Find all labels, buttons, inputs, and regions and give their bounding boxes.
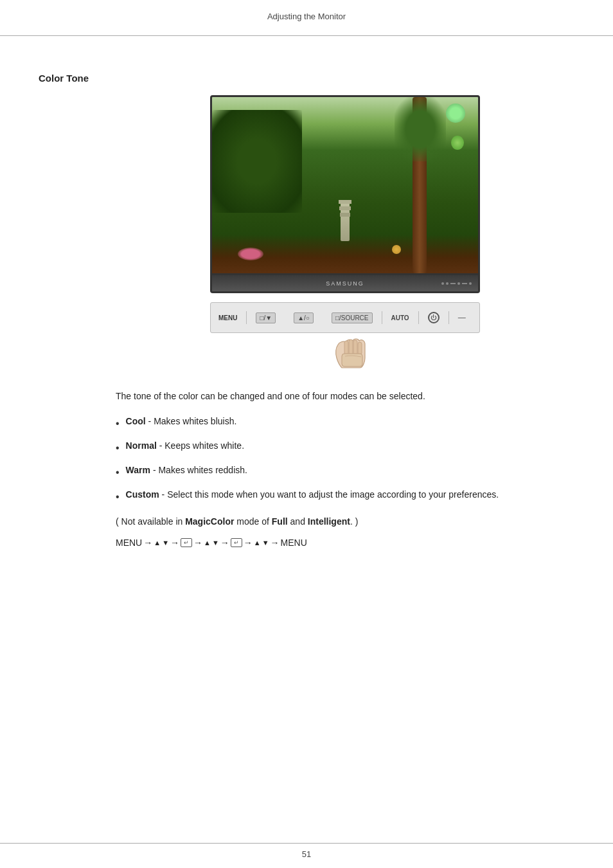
top-rule — [0, 35, 613, 36]
note-prefix: ( Not available in — [116, 516, 185, 527]
bullet-dot: • — [116, 465, 120, 480]
list-item-content: Warm - Makes whites reddish. — [126, 464, 247, 477]
note-suffix: . ) — [350, 516, 358, 527]
monitor-controls — [441, 282, 472, 285]
list-item: • Normal - Keeps whites white. — [116, 439, 574, 456]
note-and: and — [288, 516, 308, 527]
section-title: Color Tone — [39, 73, 574, 84]
bullet-list: • Cool - Makes whites bluish. • Normal -… — [116, 415, 574, 505]
ctrl-minus: — — [458, 313, 466, 322]
seq-arrow3: → — [193, 538, 202, 548]
term-warm: Warm — [126, 465, 150, 475]
page-header: Adjusting the Monitor — [0, 0, 613, 28]
ctrl-menu-label: MENU — [218, 314, 237, 321]
description-text: The tone of the color can be changed and… — [116, 390, 574, 403]
seq-menu2: MENU — [281, 538, 307, 548]
seq-down1: ▼ — [162, 539, 169, 547]
seq-arrow6: → — [271, 538, 280, 548]
list-item-content: Custom - Select this mode when you want … — [126, 488, 499, 502]
ctrl-divider1 — [246, 311, 247, 324]
desc-custom: - Select this mode when you want to adju… — [159, 489, 499, 500]
monitor-bezel: SAMSUNG — [210, 275, 480, 293]
ctrl-power-btn[interactable]: ⏻ — [428, 312, 440, 323]
svg-rect-2 — [353, 340, 357, 355]
seq-up2: ▲ — [204, 539, 211, 547]
header-title: Adjusting the Monitor — [267, 12, 346, 21]
bullet-dot: • — [116, 440, 120, 456]
bullet-dot: • — [116, 416, 120, 431]
ctrl-divider4 — [449, 311, 449, 324]
seq-arrow5: → — [244, 538, 253, 548]
menu-sequence: MENU → ▲ ▼ → ↵ → ▲ ▼ → ↵ → ▲ ▼ → MENU — [116, 538, 574, 548]
seq-up3: ▲ — [254, 539, 261, 547]
desc-warm: - Makes whites reddish. — [150, 465, 247, 475]
bullet-dot: • — [116, 489, 120, 505]
term-normal: Normal — [126, 440, 157, 451]
description-area: The tone of the color can be changed and… — [116, 390, 574, 548]
svg-rect-3 — [358, 342, 362, 355]
note-middle: mode of — [234, 516, 271, 527]
list-item-content: Cool - Makes whites bluish. — [126, 415, 237, 428]
ctrl-divider2 — [382, 311, 382, 324]
monitor-brand: SAMSUNG — [326, 280, 364, 287]
note-magiccolor: MagicColor — [185, 516, 234, 527]
main-content: Color Tone — [0, 28, 613, 586]
hand-pointer-area — [329, 336, 380, 374]
list-item: • Custom - Select this mode when you wan… — [116, 488, 574, 505]
control-bar: MENU □/▼ ▲/○ □/SOURCE AUTO ⏻ — — [210, 302, 480, 333]
ctrl-btn3: □/SOURCE — [332, 312, 373, 323]
monitor-image-area: SAMSUNG MENU □/▼ ▲/○ □/SOURCE AUTO ⏻ — — [116, 95, 574, 374]
seq-down3: ▼ — [262, 539, 269, 547]
list-item-content: Normal - Keeps whites white. — [126, 439, 244, 453]
list-item: • Warm - Makes whites reddish. — [116, 464, 574, 480]
monitor-screen — [210, 95, 480, 275]
term-cool: Cool — [126, 416, 146, 426]
svg-rect-0 — [344, 341, 348, 355]
hand-icon — [329, 336, 374, 371]
monitor-scene — [212, 97, 478, 273]
ctrl-btn1: □/▼ — [256, 312, 276, 323]
svg-rect-1 — [349, 339, 353, 355]
seq-arrow1: → — [143, 538, 152, 548]
ctrl-btn2: ▲/○ — [294, 312, 314, 323]
desc-normal: - Keeps whites white. — [157, 440, 244, 451]
note-full: Full — [272, 516, 288, 527]
seq-arrow2: → — [170, 538, 179, 548]
bottom-rule — [0, 843, 613, 844]
desc-cool: - Makes whites bluish. — [146, 416, 237, 426]
note-intelligent: Intelligent — [308, 516, 350, 527]
list-item: • Cool - Makes whites bluish. — [116, 415, 574, 431]
seq-arrow4: → — [220, 538, 229, 548]
seq-up1: ▲ — [154, 539, 161, 547]
seq-down2: ▼ — [212, 539, 219, 547]
ctrl-auto-label: AUTO — [391, 314, 409, 321]
seq-enter2: ↵ — [231, 538, 242, 547]
seq-menu1: MENU — [116, 538, 142, 548]
note-text: ( Not available in MagicColor mode of Fu… — [116, 515, 574, 529]
page-number: 51 — [302, 849, 311, 859]
ctrl-divider3 — [418, 311, 419, 324]
term-custom: Custom — [126, 489, 159, 500]
seq-enter1: ↵ — [181, 538, 192, 547]
